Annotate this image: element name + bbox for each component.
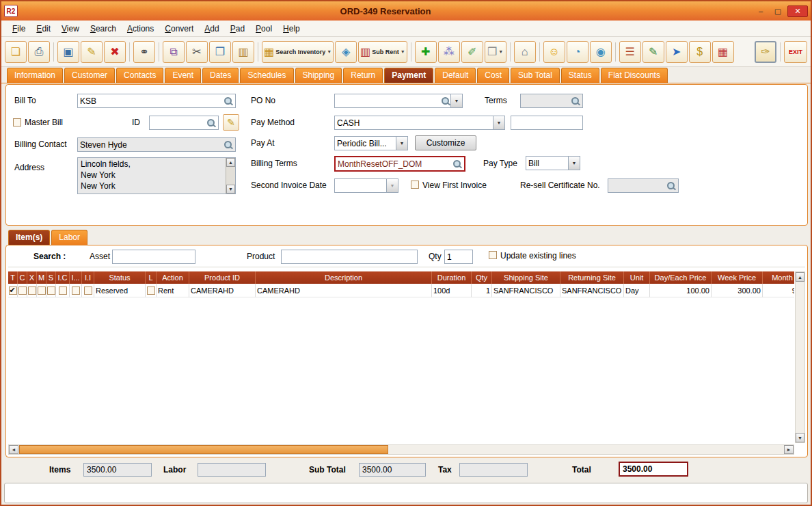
chevron-down-icon[interactable]: ▼ bbox=[450, 94, 462, 107]
search-icon[interactable] bbox=[224, 140, 233, 150]
search-icon[interactable] bbox=[666, 181, 676, 191]
cell-duration[interactable]: 100d bbox=[432, 284, 472, 297]
chevron-down-icon[interactable]: ▼ bbox=[498, 49, 503, 54]
menu-item-add[interactable]: Add bbox=[199, 23, 224, 35]
column-header-description[interactable]: Description bbox=[256, 271, 432, 284]
tab-cost[interactable]: Cost bbox=[477, 68, 509, 83]
column-header-status[interactable]: Status bbox=[94, 271, 146, 284]
tab-contacts[interactable]: Contacts bbox=[116, 68, 163, 83]
copy-button[interactable]: ❐ bbox=[209, 41, 231, 63]
scroll-left-icon[interactable]: ◄ bbox=[9, 445, 18, 454]
delete-button[interactable]: ✖ bbox=[104, 41, 126, 63]
paste-button[interactable]: ▥ bbox=[232, 41, 254, 63]
menu-item-search[interactable]: Search bbox=[85, 23, 122, 35]
column-header-x[interactable]: X bbox=[27, 271, 37, 284]
menu-item-view[interactable]: View bbox=[56, 23, 85, 35]
cell-l[interactable] bbox=[146, 284, 157, 297]
scroll-down-icon[interactable]: ▼ bbox=[796, 433, 804, 442]
row-checkbox[interactable] bbox=[147, 287, 155, 295]
view-first-invoice-checkbox[interactable] bbox=[411, 181, 419, 189]
menu-item-edit[interactable]: Edit bbox=[31, 23, 56, 35]
tab-shipping[interactable]: Shipping bbox=[295, 68, 342, 83]
pay-at-combo[interactable]: Periodic Bill... ▼ bbox=[334, 136, 408, 150]
column-header-week-price[interactable]: Week Price bbox=[712, 271, 763, 284]
master-bill-checkbox[interactable] bbox=[13, 118, 21, 126]
tab-item-s-[interactable]: Item(s) bbox=[8, 230, 50, 245]
column-header-action[interactable]: Action bbox=[157, 271, 189, 284]
cell-x[interactable] bbox=[27, 284, 37, 297]
cell-i1[interactable] bbox=[70, 284, 82, 297]
edit-document-button[interactable]: ✎ bbox=[642, 41, 664, 63]
tab-customer[interactable]: Customer bbox=[64, 68, 115, 83]
search-icon[interactable] bbox=[224, 96, 233, 106]
tab-schedules[interactable]: Schedules bbox=[240, 68, 293, 83]
column-header-duration[interactable]: Duration bbox=[432, 271, 472, 284]
customer-smiley-button[interactable]: ☺ bbox=[543, 41, 565, 63]
row-checkbox[interactable] bbox=[47, 287, 55, 295]
address-box[interactable]: Lincoln fields, New York New York ▲ ▼ bbox=[77, 157, 236, 194]
column-header-t[interactable]: T bbox=[8, 271, 18, 284]
column-header-i-[interactable]: I... bbox=[70, 271, 82, 284]
key-exchange-button[interactable]: ➤ bbox=[666, 41, 688, 63]
row-checkbox-checked[interactable] bbox=[9, 287, 17, 295]
horizontal-scrollbar[interactable]: ◄ ► bbox=[8, 444, 794, 455]
search-inventory-button[interactable]: ▦Search Inventory▼ bbox=[262, 41, 334, 63]
column-header-qty[interactable]: Qty bbox=[472, 271, 492, 284]
tab-flat-discounts[interactable]: Flat Discounts bbox=[601, 68, 668, 83]
column-header-i-i[interactable]: I.I bbox=[82, 271, 94, 284]
close-button[interactable]: ✕ bbox=[787, 5, 808, 17]
column-header-m[interactable]: M bbox=[37, 271, 46, 284]
menu-item-convert[interactable]: Convert bbox=[159, 23, 199, 35]
menu-item-file[interactable]: File bbox=[7, 23, 31, 35]
column-header-returning-site[interactable]: Returning Site bbox=[560, 271, 624, 284]
money-button[interactable]: $ bbox=[689, 41, 711, 63]
site-printer-button[interactable]: ⌂ bbox=[514, 41, 536, 63]
cubes-button[interactable]: ▦ bbox=[712, 41, 734, 63]
search-icon[interactable] bbox=[441, 96, 450, 106]
cell-week-price[interactable]: 300.00 bbox=[712, 284, 763, 297]
row-checkbox[interactable] bbox=[38, 287, 46, 295]
pay-method-combo[interactable]: CASH ▼ bbox=[334, 116, 505, 130]
chevron-down-icon[interactable]: ▼ bbox=[493, 116, 504, 129]
search-icon[interactable] bbox=[571, 96, 580, 106]
column-header-shipping-site[interactable]: Shipping Site bbox=[492, 271, 560, 284]
column-header-i-c[interactable]: I.C bbox=[56, 271, 70, 284]
column-header-month[interactable]: Month bbox=[763, 271, 794, 284]
chevron-down-icon[interactable]: ▼ bbox=[401, 49, 405, 54]
history-clock-button[interactable]: ◔ bbox=[567, 41, 588, 63]
row-checkbox[interactable] bbox=[84, 287, 92, 295]
menu-item-pad[interactable]: Pad bbox=[225, 23, 250, 35]
search-icon[interactable] bbox=[206, 118, 216, 128]
scroll-right-icon[interactable]: ► bbox=[784, 445, 794, 454]
update-existing-lines-checkbox[interactable] bbox=[489, 251, 497, 259]
cell-m[interactable] bbox=[37, 284, 46, 297]
column-header-unit[interactable]: Unit bbox=[624, 271, 650, 284]
cell-shipping-site[interactable]: SANFRANCISCO bbox=[492, 284, 560, 297]
new-document-button[interactable]: ❏ bbox=[5, 41, 27, 63]
column-header-s[interactable]: S bbox=[46, 271, 56, 284]
tab-default[interactable]: Default bbox=[435, 68, 476, 83]
billing-contact-field[interactable]: Steven Hyde bbox=[77, 137, 236, 152]
menu-item-actions[interactable]: Actions bbox=[122, 23, 159, 35]
po-no-field[interactable]: ▼ bbox=[334, 94, 463, 108]
qty-input[interactable]: 1 bbox=[444, 250, 473, 264]
group-items-button[interactable]: ⁂ bbox=[438, 41, 460, 63]
menu-item-pool[interactable]: Pool bbox=[250, 23, 278, 35]
cut-button[interactable]: ✂ bbox=[186, 41, 208, 63]
scrollbar-thumb[interactable] bbox=[19, 445, 388, 454]
pay-type-combo[interactable]: Bill ▼ bbox=[526, 156, 580, 170]
binoculars-search-button[interactable]: ⚭ bbox=[133, 41, 155, 63]
edit-note-button[interactable]: ✐ bbox=[461, 41, 483, 63]
cell-returning-site[interactable]: SANFRANCISCO bbox=[560, 284, 624, 297]
column-header-c[interactable]: C bbox=[18, 271, 27, 284]
add-line-button[interactable]: ✚ bbox=[415, 41, 437, 63]
row-checkbox[interactable] bbox=[28, 287, 36, 295]
cell-month-price[interactable]: 90 bbox=[763, 284, 794, 297]
bill-to-field[interactable]: KSB bbox=[77, 94, 236, 108]
web-disk-button[interactable]: ◉ bbox=[590, 41, 612, 63]
tab-return[interactable]: Return bbox=[343, 68, 383, 83]
search-icon[interactable] bbox=[452, 159, 462, 169]
id-field[interactable] bbox=[149, 116, 219, 130]
row-checkbox[interactable] bbox=[72, 287, 80, 295]
wand-button[interactable]: ✑ bbox=[755, 41, 776, 63]
